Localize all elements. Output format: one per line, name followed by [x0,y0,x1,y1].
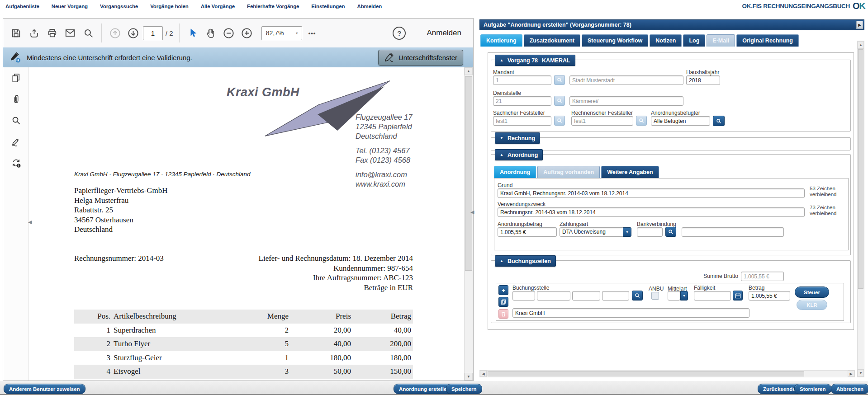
signature-window-button[interactable]: Unterschriftsfenster [378,50,463,66]
section-rechnung-header[interactable]: ▼ Rechnung [495,132,540,144]
menu-item-vorgaenge-holen[interactable]: Vorgänge holen [150,4,189,9]
panel-vertical-scrollbar[interactable]: ▲ ▼ [857,41,864,377]
scroll-up-arrow[interactable]: ▲ [465,67,473,75]
steuer-button[interactable]: Steuer [795,287,829,298]
panel-expand-button[interactable]: ▶ [856,21,863,29]
scroll-thumb[interactable] [488,371,804,376]
scroll-down-arrow[interactable]: ▼ [858,369,864,377]
tab-steuerung-workflow[interactable]: Steuerung Workflow [582,34,648,47]
document-search-button[interactable] [3,110,28,131]
hand-tool-button[interactable] [202,23,220,43]
anordnungsbefugter-lookup-button[interactable] [713,116,725,126]
section-anordnung-header[interactable]: ▲ Anordnung [495,149,543,160]
scroll-thumb[interactable] [858,49,863,289]
table-cell: 2 [261,324,289,338]
storno-button[interactable]: Stornieren [794,384,831,394]
table-cell: Eisvogel [110,365,261,379]
zoom-in-button[interactable] [238,23,256,43]
menu-item-fehlerhafte-vorgaenge[interactable]: Fehlerhafte Vorgänge [247,4,299,9]
buchungsstelle-input-1[interactable] [512,291,535,301]
next-page-button[interactable] [124,23,142,43]
add-row-button[interactable]: + [498,285,508,295]
invoice-recipient-block: Papierflieger-Vertriebs-GmbH Helga Muste… [74,186,167,235]
bankverbindung-name-input[interactable] [682,227,784,237]
faelligkeit-calendar-button[interactable] [733,291,743,301]
more-tools-button[interactable]: ••• [308,30,316,37]
abort-button[interactable]: Abbrechen [831,384,868,394]
bankverbindung-lookup-button[interactable] [665,227,676,237]
assign-other-user-button[interactable]: Anderem Benutzer zuweisen [4,384,85,394]
signature-panel-button[interactable] [3,131,28,152]
buchungsstelle-input-4[interactable] [602,291,629,301]
tab-original-rechnung[interactable]: Original Rechnung [736,34,799,47]
sidebar-collapse-handle[interactable]: ◀ [28,219,32,225]
zoom-level-select[interactable]: 82,7% ▼ [261,26,302,40]
menu-item-aufgabenliste[interactable]: Aufgabenliste [5,4,39,9]
verwendungszweck-input[interactable] [498,207,805,217]
tab-notizen[interactable]: Notizen [650,34,682,47]
tab-log[interactable]: Log [683,34,705,47]
rechnerischer-feststeller-lookup-button [636,116,647,126]
menu-item-alle-vorgaenge[interactable]: Alle Vorgänge [201,4,235,9]
section-vorgang-header[interactable]: ▲ Vorgang 78 KAMERAL [495,55,575,66]
tab-zusatzdokument[interactable]: Zusatzdokument [524,34,580,47]
tab-kontierung[interactable]: Kontierung [480,34,522,47]
scroll-left-arrow[interactable]: ◀ [480,371,487,377]
panel-horizontal-scrollbar[interactable]: ◀ ▶ [479,370,855,377]
attachments-button[interactable] [3,89,28,110]
zahlungsart-dropdown-button[interactable]: ▼ [623,227,631,237]
buchungsstelle-input-3[interactable] [572,291,600,301]
table-header-row: Pos. Artikelbeschreibung Menge Preis Bet… [74,310,413,324]
section-buchungszeilen-header[interactable]: ▲ Buchungszeilen [495,255,556,267]
grund-input[interactable] [498,188,805,198]
save-button[interactable] [7,23,25,43]
page-thumbnails-button[interactable] [3,67,28,89]
table-cell: 50,00 [289,365,351,379]
pdf-scrollbar[interactable]: ▲ ▼ [464,67,473,381]
menu-item-einstellungen[interactable]: Einstellungen [311,4,345,9]
empfaenger-input[interactable] [512,308,749,318]
mittelart-dropdown-button[interactable]: ▼ [680,291,688,301]
save-button[interactable]: Speichern [446,384,482,394]
lookup-icon [639,118,644,123]
bankverbindung-input[interactable] [637,227,663,237]
mittelart-select[interactable] [668,291,680,301]
recipient-line: Deutschland [74,225,167,235]
search-button[interactable] [79,23,97,43]
delete-row-button[interactable] [498,309,508,319]
faelligkeit-input[interactable] [694,291,731,301]
anordnungsbetrag-input[interactable] [498,227,557,237]
menu-item-abmelden[interactable]: Abmelden [357,4,382,9]
scroll-down-arrow[interactable]: ▼ [465,373,473,381]
zahlungsart-select[interactable]: DTA Überweisung [560,227,631,237]
signin-link[interactable]: Anmelden [427,28,461,38]
stamp-info-button[interactable] [3,152,28,174]
scroll-up-arrow[interactable]: ▲ [858,41,864,49]
app-brand: OK.FIS RECHNUNGSEINGANGSBUCH OK [742,1,865,11]
page-number-input[interactable] [143,26,163,40]
main-menu: Aufgabenliste Neuer Vorgang Vorgangssuch… [0,0,616,13]
upload-button[interactable] [25,23,43,43]
betrag-input[interactable] [749,291,790,301]
haushaltsjahr-input[interactable] [686,75,720,85]
zoom-out-button[interactable] [220,23,238,43]
scroll-right-arrow[interactable]: ▶ [848,371,854,377]
panel-splitter-handle[interactable]: ◀ [470,209,474,215]
help-button[interactable]: ? [393,27,406,40]
pdf-sidebar [3,67,29,381]
summe-brutto-label: Summe Brutto [663,273,738,279]
collapse-icon: ▲ [500,153,503,157]
copy-row-button[interactable] [498,297,508,307]
buchungsstelle-input-2[interactable] [537,291,570,301]
buchungsstelle-lookup-button[interactable] [632,291,643,301]
print-button[interactable] [43,23,61,43]
header-cell: Menge [261,310,289,324]
anordnungsbefugter-input[interactable] [651,116,710,126]
menu-item-neuer-vorgang[interactable]: Neuer Vorgang [52,4,88,9]
subtab-weitere-angaben[interactable]: Weitere Angaben [601,166,659,178]
subtab-anordnung[interactable]: Anordnung [494,166,536,178]
email-button[interactable] [61,23,79,43]
scroll-thumb[interactable] [465,76,472,271]
select-tool-button[interactable] [184,23,202,43]
menu-item-vorgangssuche[interactable]: Vorgangssuche [100,4,138,9]
